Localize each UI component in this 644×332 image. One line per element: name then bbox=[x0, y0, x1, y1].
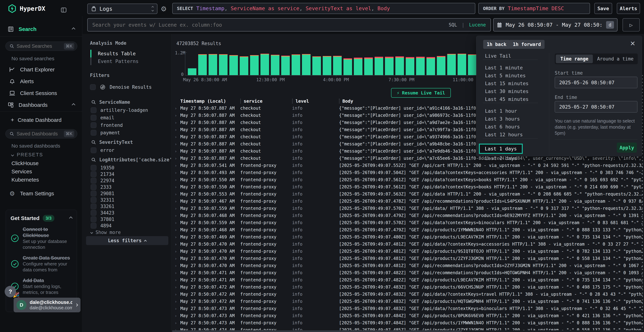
filter-value-row[interactable]: frontend bbox=[91, 122, 123, 128]
row-expand-chevron[interactable]: › bbox=[172, 170, 180, 175]
histogram-bar[interactable] bbox=[395, 56, 404, 75]
create-dashboard-button[interactable]: + Create Dashboard bbox=[11, 117, 62, 123]
time-preset-last-5-minutes[interactable]: Last 5 minutes bbox=[485, 73, 526, 78]
one-hour-back-button[interactable]: 1h back bbox=[483, 40, 510, 49]
row-expand-chevron[interactable]: › bbox=[172, 149, 180, 154]
histogram-bar[interactable] bbox=[260, 54, 269, 75]
table-row[interactable]: ›May 27 8:50:07.468 AMfrontend-proxyinfo… bbox=[172, 226, 642, 234]
apply-button[interactable]: Apply bbox=[617, 142, 637, 152]
help-button[interactable]: ? bbox=[5, 286, 16, 297]
get-started-item[interactable]: Create Data SourcesConfigure where your … bbox=[6, 252, 77, 274]
language-toggle[interactable]: SQL | Lucene bbox=[449, 22, 486, 28]
table-row[interactable]: ›May 27 8:50:07.467 AMfrontend-proxyinfo… bbox=[172, 198, 642, 205]
row-expand-chevron[interactable]: › bbox=[172, 292, 180, 296]
close-icon[interactable]: ✕ bbox=[630, 40, 636, 48]
row-expand-chevron[interactable]: › bbox=[172, 235, 180, 239]
histogram-bar[interactable] bbox=[302, 54, 310, 75]
one-hour-forward-button[interactable]: 1h forward bbox=[509, 40, 544, 49]
histogram-bar[interactable] bbox=[416, 57, 425, 75]
histogram-bar[interactable] bbox=[250, 55, 259, 75]
row-expand-chevron[interactable]: › bbox=[172, 142, 180, 146]
filter-value-row[interactable]: artillery-loadgen bbox=[91, 107, 148, 113]
filter-value-row[interactable]: email bbox=[91, 115, 114, 120]
filter-checkbox[interactable] bbox=[91, 122, 96, 128]
table-row[interactable]: ›May 27 8:50:07.470 AMfrontend-proxyinfo… bbox=[172, 240, 642, 248]
column-header-service[interactable]: service bbox=[240, 98, 292, 104]
row-expand-chevron[interactable]: › bbox=[172, 192, 180, 196]
column-resize-handle[interactable] bbox=[292, 99, 293, 104]
table-row[interactable]: ›May 27 8:50:07.472 AMfrontend-proxyinfo… bbox=[172, 284, 642, 291]
filter-value-row[interactable]: 34423 bbox=[91, 210, 114, 216]
sidebar-item-team-settings[interactable]: ⚙ Team Settings bbox=[9, 190, 54, 197]
collapse-sidebar-icon[interactable] bbox=[60, 7, 67, 13]
language-sql-option[interactable]: SQL bbox=[449, 22, 457, 28]
filter-checkbox[interactable] bbox=[91, 216, 96, 222]
histogram-bar[interactable] bbox=[229, 55, 238, 75]
filter-value-row[interactable]: error bbox=[91, 148, 114, 153]
search-icon[interactable] bbox=[91, 140, 96, 145]
search-icon[interactable] bbox=[91, 157, 96, 162]
table-row[interactable]: ›May 27 8:50:07.472 AMfrontend-proxyinfo… bbox=[172, 291, 642, 298]
filter-checkbox[interactable] bbox=[91, 197, 96, 203]
row-expand-chevron[interactable]: › bbox=[172, 249, 180, 254]
histogram-bar[interactable] bbox=[312, 56, 321, 75]
histogram-bar[interactable] bbox=[385, 57, 394, 75]
row-expand-chevron[interactable]: › bbox=[172, 306, 180, 311]
table-row[interactable]: ›May 27 8:50:07.550 AMfrontend-proxyinfo… bbox=[172, 176, 642, 183]
filter-value-row[interactable]: 37801 bbox=[91, 216, 114, 222]
filter-checkbox[interactable] bbox=[91, 178, 96, 184]
histogram-bar[interactable] bbox=[188, 68, 196, 75]
time-preset-last-1-minute[interactable]: Last 1 minute bbox=[485, 65, 523, 70]
saved-searches-input[interactable] bbox=[17, 44, 61, 49]
start-time-input[interactable] bbox=[555, 77, 638, 88]
alerts-button[interactable]: Alerts bbox=[617, 3, 640, 14]
resume-live-tail-button[interactable]: ⚡ Resume Live Tail bbox=[391, 88, 451, 98]
presets-toggle[interactable]: PRESETS bbox=[12, 152, 43, 158]
table-row[interactable]: ›May 27 8:50:07.550 AMfrontend-proxyinfo… bbox=[172, 183, 642, 190]
run-query-button[interactable]: ▷ bbox=[622, 18, 640, 32]
table-row[interactable]: ›May 27 8:50:07.471 AMfrontend-proxyinfo… bbox=[172, 276, 642, 284]
histogram-bar[interactable] bbox=[426, 57, 435, 75]
histogram-bar[interactable] bbox=[437, 56, 446, 75]
filter-checkbox[interactable] bbox=[91, 171, 96, 177]
histogram-bar[interactable] bbox=[364, 58, 373, 75]
sidebar-preset-clickhouse[interactable]: ClickHouse bbox=[12, 160, 39, 166]
histogram-bar[interactable] bbox=[219, 54, 228, 75]
time-preset-last-2-days[interactable]: Last 2 days bbox=[485, 156, 517, 161]
histogram-bar[interactable] bbox=[447, 54, 456, 75]
filter-value-row[interactable]: 32311 bbox=[91, 197, 114, 203]
saved-searches-search[interactable]: ⌘K bbox=[5, 42, 77, 51]
row-expand-chevron[interactable]: › bbox=[172, 242, 180, 246]
histogram-bar[interactable] bbox=[292, 54, 300, 75]
table-row[interactable]: ›May 27 8:50:07.471 AMfrontend-proxyinfo… bbox=[172, 269, 642, 276]
table-row[interactable]: ›May 27 8:50:07.553 AMfrontend-proxyinfo… bbox=[172, 190, 642, 198]
saved-dashboards-input[interactable] bbox=[17, 131, 61, 137]
filter-checkbox[interactable] bbox=[91, 223, 96, 228]
row-expand-chevron[interactable]: › bbox=[172, 120, 180, 125]
column-resize-handle[interactable] bbox=[339, 99, 340, 104]
horizontal-scrollbar[interactable] bbox=[172, 330, 644, 332]
language-lucene-option[interactable]: Lucene bbox=[469, 22, 486, 28]
table-row[interactable]: ›May 27 8:50:07.559 AMfrontend-proxyinfo… bbox=[172, 205, 642, 212]
filter-checkbox[interactable] bbox=[91, 115, 96, 120]
sidebar-preset-kubernetes[interactable]: Kubernetes bbox=[12, 177, 39, 183]
search-input[interactable] bbox=[92, 22, 445, 28]
get-started-collapse-icon[interactable] bbox=[69, 216, 73, 220]
histogram-bar[interactable] bbox=[208, 54, 217, 75]
filter-value-row[interactable]: 4894 bbox=[91, 223, 112, 228]
end-time-input[interactable] bbox=[555, 101, 638, 112]
granularity-badge[interactable]: d bbox=[606, 21, 614, 28]
time-preset-last-1-hour[interactable]: Last 1 hour bbox=[485, 108, 517, 114]
time-preset-last-15-minutes[interactable]: Last 15 minutes bbox=[485, 81, 528, 86]
row-expand-chevron[interactable]: › bbox=[172, 256, 180, 261]
time-preset-last-3-hours[interactable]: Last 3 hours bbox=[485, 116, 520, 122]
show-more-toggle[interactable]: Show more bbox=[91, 230, 121, 235]
filter-checkbox[interactable] bbox=[91, 130, 96, 136]
row-expand-chevron[interactable]: › bbox=[172, 228, 180, 232]
time-preset-last-12-hours[interactable]: Last 12 hours bbox=[485, 132, 523, 138]
histogram-bar[interactable] bbox=[344, 58, 352, 75]
table-row[interactable]: ›May 27 8:50:07.541 AMfrontend-proxyinfo… bbox=[172, 162, 642, 169]
table-row[interactable]: ›May 27 8:50:07.473 AMfrontend-proxyinfo… bbox=[172, 312, 642, 319]
row-expand-chevron[interactable]: › bbox=[172, 214, 180, 218]
filter-checkbox[interactable] bbox=[91, 210, 96, 216]
